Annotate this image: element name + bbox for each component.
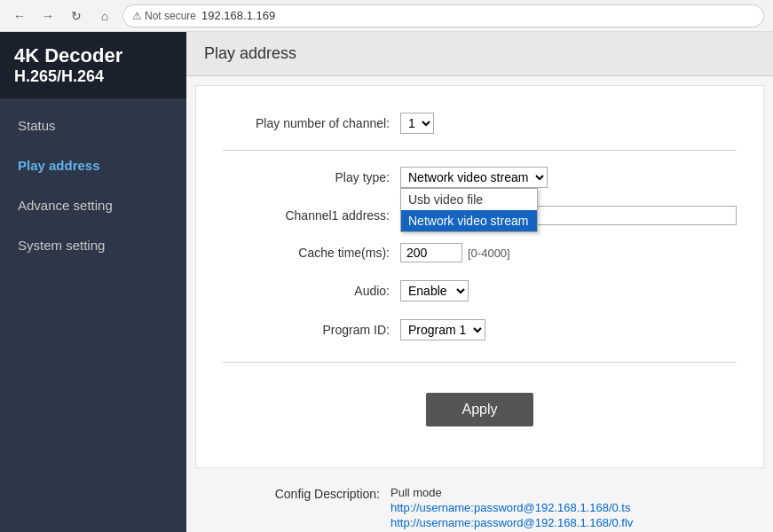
sidebar-item-advance-setting[interactable]: Advance setting xyxy=(0,185,186,225)
play-number-row: Play number of channel: 1 2 4 xyxy=(223,104,737,143)
sidebar-item-system-setting[interactable]: System setting xyxy=(0,225,186,265)
audio-row: Audio: Enable Disable xyxy=(223,271,737,310)
config-line-1: http://username:password@192.168.1.168/0… xyxy=(390,501,729,514)
address-bar[interactable]: ⚠ Not secure 192.168.1.169 xyxy=(122,4,764,27)
play-number-label: Play number of channel: xyxy=(223,116,400,130)
play-number-select[interactable]: 1 2 4 xyxy=(400,113,434,134)
play-type-option-usb[interactable]: Usb video file xyxy=(401,189,537,210)
config-values: Pull mode http://username:password@192.1… xyxy=(390,486,729,532)
forward-button[interactable]: → xyxy=(37,5,59,27)
program-id-row: Program ID: Program 1 Program 2 Program … xyxy=(223,310,737,349)
url-text: 192.168.1.169 xyxy=(201,9,275,22)
audio-label: Audio: xyxy=(223,284,400,298)
play-type-row: Play type: Network video stream Usb vide… xyxy=(223,158,737,197)
play-type-dropdown-container: Network video stream Usb video file Usb … xyxy=(400,167,548,188)
cache-time-label: Cache time(ms): xyxy=(223,246,400,260)
apply-button[interactable]: Apply xyxy=(426,393,532,426)
cache-time-input[interactable] xyxy=(400,243,462,262)
apply-row: Apply xyxy=(223,370,737,450)
back-button[interactable]: ← xyxy=(9,5,30,27)
app-title-line1: 4K Decoder xyxy=(14,44,172,67)
config-description-row: Config Description: Pull mode http://use… xyxy=(213,486,746,532)
sidebar-header: 4K Decoder H.265/H.264 xyxy=(0,32,186,98)
config-line-2: http://username:password@192.168.1.168/0… xyxy=(390,516,729,529)
config-description-label: Config Description: xyxy=(213,486,390,501)
config-pull-mode: Pull mode xyxy=(390,486,729,499)
reload-button[interactable]: ↻ xyxy=(66,5,87,27)
audio-select[interactable]: Enable Disable xyxy=(400,280,469,301)
page-title: Play address xyxy=(186,32,773,76)
sidebar: 4K Decoder H.265/H.264 Status Play addre… xyxy=(0,32,186,532)
program-id-select[interactable]: Program 1 Program 2 Program 3 xyxy=(400,319,485,340)
security-indicator: ⚠ Not secure xyxy=(132,10,196,22)
channel1-address-label: Channel1 address: xyxy=(223,208,400,223)
play-type-dropdown-list: Usb video file Network video stream xyxy=(400,188,538,232)
cache-time-hint: [0-4000] xyxy=(468,246,510,260)
config-section: Config Description: Pull mode http://use… xyxy=(186,477,773,532)
cache-time-row: Cache time(ms): [0-4000] xyxy=(223,234,737,271)
sidebar-nav: Status Play address Advance setting Syst… xyxy=(0,106,186,265)
program-id-label: Program ID: xyxy=(223,323,400,337)
play-type-option-network[interactable]: Network video stream xyxy=(401,210,537,231)
browser-bar: ← → ↻ ⌂ ⚠ Not secure 192.168.1.169 xyxy=(0,0,773,32)
form-section: Play number of channel: 1 2 4 Play type:… xyxy=(195,85,764,468)
sidebar-item-play-address[interactable]: Play address xyxy=(0,145,186,185)
content-area: Play address Play number of channel: 1 2… xyxy=(186,32,773,532)
home-button[interactable]: ⌂ xyxy=(94,5,115,27)
app-title-line2: H.265/H.264 xyxy=(14,67,172,86)
play-type-label: Play type: xyxy=(223,170,400,184)
security-label: Not secure xyxy=(145,10,196,22)
sidebar-item-status[interactable]: Status xyxy=(0,106,186,145)
play-type-select[interactable]: Network video stream Usb video file xyxy=(400,167,548,188)
